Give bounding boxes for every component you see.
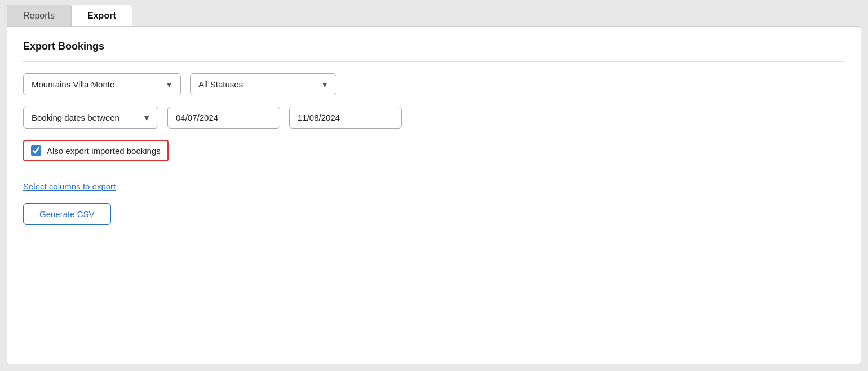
also-export-checkbox-label[interactable]: Also export imported bookings (23, 140, 169, 161)
status-select[interactable]: All Statuses Confirmed Pending Cancelled (190, 73, 336, 95)
generate-csv-button[interactable]: Generate CSV (23, 203, 111, 225)
tab-bar: Reports Export (0, 0, 868, 26)
status-select-wrapper: All Statuses Confirmed Pending Cancelled… (190, 73, 336, 95)
property-select[interactable]: Mountains Villa Monte All Properties (23, 73, 181, 95)
daterange-select-wrapper: Booking dates between Arrival dates betw… (23, 107, 158, 129)
checkbox-wrapper: Also export imported bookings (23, 140, 845, 171)
date-from-input[interactable] (167, 107, 280, 129)
property-select-wrapper: Mountains Villa Monte All Properties ▼ (23, 73, 181, 95)
select-columns-row: Select columns to export (23, 182, 845, 192)
also-export-checkbox-text: Also export imported bookings (47, 146, 161, 156)
date-to-input[interactable] (289, 107, 402, 129)
tab-export[interactable]: Export (71, 5, 132, 26)
filter-row-1: Mountains Villa Monte All Properties ▼ A… (23, 73, 845, 95)
section-title: Export Bookings (23, 41, 845, 62)
select-columns-link[interactable]: Select columns to export (23, 182, 116, 191)
tab-reports[interactable]: Reports (7, 5, 71, 26)
filter-row-2: Booking dates between Arrival dates betw… (23, 107, 845, 129)
daterange-select[interactable]: Booking dates between Arrival dates betw… (23, 107, 158, 129)
main-content: Export Bookings Mountains Villa Monte Al… (7, 26, 861, 364)
also-export-checkbox[interactable] (31, 145, 41, 156)
